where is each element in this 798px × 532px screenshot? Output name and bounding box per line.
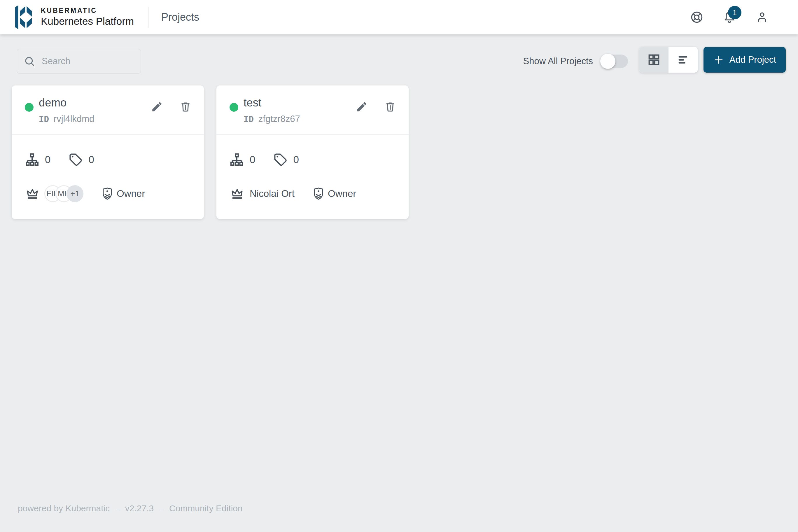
search-field[interactable] [17,49,141,74]
project-name: demo [39,97,94,109]
project-card-demo[interactable]: demo ID rvjl4lkdmd [12,86,204,219]
show-all-projects-toggle[interactable] [601,55,628,68]
footer-separator: – [159,504,164,513]
brand-name: KUBERMATIC [41,7,134,15]
delete-project-icon[interactable] [384,101,396,113]
role-label: Owner [117,188,145,199]
add-project-button[interactable]: Add Project [703,47,786,73]
cards-view-button[interactable] [639,47,668,73]
project-title-block: test ID zfgtzr8z67 [244,97,300,125]
owners-crown-icon [230,186,244,201]
labels-icon [69,153,82,167]
project-stats-row: 0 0 [25,153,94,167]
owner-avatar-more: +1 [66,185,83,202]
project-id-row: ID rvjl4lkdmd [39,114,94,125]
clusters-count: 0 [250,154,255,165]
project-card-test[interactable]: test ID zfgtzr8z67 [216,86,408,219]
plus-icon [713,54,724,65]
labels-count: 0 [88,154,94,165]
clusters-icon [25,153,39,167]
footer: powered by Kubermatic – v2.27.3 – Commun… [18,504,243,513]
search-icon [24,55,35,67]
search-input[interactable] [42,56,134,66]
project-owner-row: Nicolai Ort Owner [230,184,356,204]
show-all-projects-control: Show All Projects [523,49,628,74]
clusters-icon [230,153,244,167]
kubermatic-logo-icon[interactable] [15,5,34,30]
footer-version[interactable]: v2.27.3 [125,504,154,513]
clusters-count: 0 [45,154,51,165]
footer-powered-by[interactable]: powered by Kubermatic [18,504,110,513]
notification-badge: 1 [728,6,741,19]
project-id-value: zfgtzr8z67 [259,114,300,124]
project-card-header: demo ID rvjl4lkdmd [12,86,204,135]
header-divider [148,7,149,28]
project-owner-row: FID MD +1 Owner [25,184,145,204]
user-role: Owner [313,187,356,201]
header-actions: 1 [690,11,798,24]
status-dot [230,103,238,112]
project-id-row: ID zfgtzr8z67 [244,114,300,125]
toggle-knob[interactable] [600,54,615,69]
owner-name: Nicolai Ort [250,188,294,199]
project-id-label: ID [39,115,49,125]
project-id-value: rvjl4lkdmd [54,114,95,124]
labels-icon [273,153,287,167]
edit-project-icon[interactable] [356,101,368,113]
add-project-label: Add Project [729,55,776,65]
user-icon[interactable] [755,11,769,24]
project-card-header: test ID zfgtzr8z67 [216,86,408,135]
project-name: test [244,97,300,109]
page-title: Projects [161,11,199,23]
status-dot [25,103,34,112]
footer-edition[interactable]: Community Edition [169,504,243,513]
show-all-projects-label: Show All Projects [523,56,593,66]
cards-view-icon [647,53,661,66]
owners-crown-icon [25,186,40,201]
delete-project-icon[interactable] [179,101,192,113]
list-view-button[interactable] [668,47,698,73]
notifications-icon[interactable]: 1 [723,11,736,24]
project-stats-row: 0 0 [230,153,299,167]
role-shield-icon [101,187,113,201]
app-header: KUBERMATIC Kubernetes Platform Projects … [0,0,798,34]
brand-text: KUBERMATIC Kubernetes Platform [41,7,134,27]
user-role: Owner [101,187,145,201]
project-title-block: demo ID rvjl4lkdmd [39,97,94,125]
edit-project-icon[interactable] [151,101,163,113]
footer-separator: – [115,504,120,513]
role-shield-icon [313,187,324,201]
project-id-label: ID [244,115,254,125]
brand-product: Kubernetes Platform [41,15,134,28]
owner-avatar-stack[interactable]: FID MD +1 [44,185,83,202]
list-view-icon [677,53,690,66]
role-label: Owner [328,188,356,199]
help-icon[interactable] [690,11,703,24]
view-mode-switcher [639,47,698,73]
labels-count: 0 [293,154,299,165]
